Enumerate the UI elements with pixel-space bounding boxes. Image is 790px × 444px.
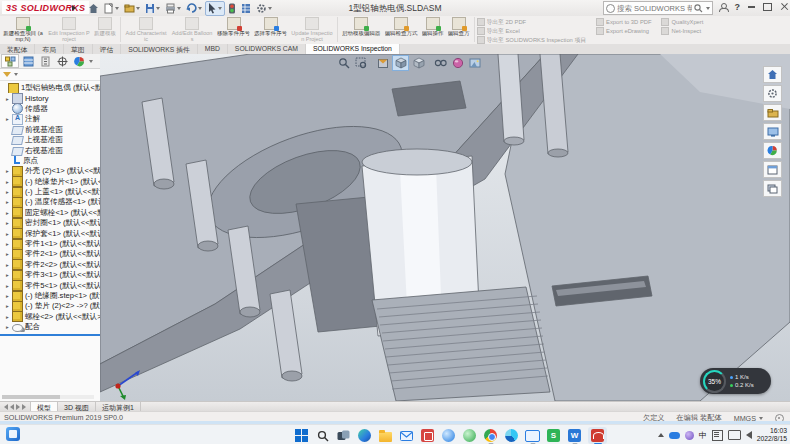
tree-item-component[interactable]: ▸螺栓<2> (默认<<默认>_显示状态	[0, 312, 100, 322]
tree-item-annotations[interactable]: ▸注解	[0, 114, 100, 124]
tree-item-sensors[interactable]: 传感器	[0, 104, 100, 114]
view-palette-icon[interactable]	[763, 123, 782, 140]
start-icon[interactable]	[294, 428, 309, 443]
configurationmanager-icon[interactable]	[37, 55, 53, 67]
tree-item-component[interactable]: ▸零件2<2> (默认<<默认>_显示状	[0, 260, 100, 270]
green-s-app-icon[interactable]	[546, 428, 561, 443]
save-icon[interactable]	[143, 2, 162, 15]
file-explorer-icon[interactable]	[378, 428, 393, 443]
tree-item-component[interactable]: ▸零件5<1> (默认<<默认>_显示状	[0, 280, 100, 290]
help-button[interactable]: ?	[735, 2, 741, 12]
tree-item-root[interactable]: 1型铝轴热电偶 (默认<默认_显示状态-1	[0, 83, 100, 93]
search-icon[interactable]	[694, 4, 703, 13]
login-icon[interactable]	[719, 3, 727, 11]
tree-item-history[interactable]: ▸History	[0, 93, 100, 103]
red-app-icon[interactable]	[420, 428, 435, 443]
new-inspection-project-button[interactable]: 新建检查项目 (amp;N)	[0, 16, 46, 42]
featuremanager-tree-icon[interactable]	[1, 54, 19, 68]
select-cursor-icon[interactable]	[205, 1, 225, 16]
home-icon[interactable]	[763, 66, 782, 83]
edit-appearance-icon[interactable]	[450, 56, 465, 70]
tree-item-origin[interactable]: 原点	[0, 156, 100, 166]
tree-item-component[interactable]: ▸(-) 上盖<1> (默认<<默认>_显示状	[0, 187, 100, 197]
tree-item-component[interactable]: ▸(-) 绝缘圈.step<1> (默认<<默认>	[0, 291, 100, 301]
hide-show-items-icon[interactable]	[433, 56, 448, 70]
hidden-icons-caret[interactable]	[658, 433, 664, 437]
mail-icon[interactable]	[399, 428, 414, 443]
design-library-icon[interactable]	[763, 85, 782, 102]
tab-layout[interactable]: 布局	[35, 44, 64, 54]
close-button[interactable]	[780, 3, 788, 11]
file-explorer-icon[interactable]	[763, 104, 782, 121]
onedrive-icon[interactable]	[669, 432, 680, 439]
zoom-fit-icon[interactable]	[336, 56, 351, 70]
tab-mbd[interactable]: MBD	[198, 44, 228, 54]
view-orientation-icon[interactable]	[392, 55, 409, 71]
tab-evaluate[interactable]: 评估	[93, 44, 122, 54]
tree-item-component[interactable]: ▸零件3<1> (默认<<默认>_显示状	[0, 270, 100, 280]
select-balloons-button[interactable]: 选择零件序号	[252, 16, 289, 37]
chrome-icon[interactable]	[483, 428, 498, 443]
panel-splitter[interactable]	[0, 334, 100, 336]
tree-item-component[interactable]: ▸(-) 温度传感器<1> (默认<<默认>_	[0, 197, 100, 207]
solidworks-icon[interactable]	[588, 427, 607, 444]
tree-filter-bar[interactable]	[0, 69, 100, 81]
edit-method-button[interactable]: 编辑查方	[446, 16, 472, 37]
input-method-indicator[interactable]: 中	[699, 430, 707, 441]
forum-icon[interactable]	[763, 180, 782, 197]
ime-grid-icon[interactable]	[712, 430, 723, 441]
tree-item-component[interactable]: ▸保护套<1> (默认<<默认>_显示状	[0, 228, 100, 238]
zoom-area-icon[interactable]	[353, 56, 368, 70]
restore-button[interactable]	[763, 3, 772, 11]
section-view-icon[interactable]	[375, 56, 390, 70]
widgets-icon[interactable]	[6, 427, 20, 441]
tree-item-component[interactable]: ▸(-) 绝缘垫片<1> (默认<<默认>_显示状	[0, 177, 100, 187]
tree-item-mates[interactable]: ▸配合	[0, 322, 100, 332]
graphics-viewport[interactable]: 35% 1 K/s 0.2 K/s	[100, 54, 790, 401]
cast-monitor-icon[interactable]	[728, 430, 741, 440]
tab-cam[interactable]: SOLIDWORKS CAM	[228, 44, 306, 54]
tab-sketch[interactable]: 草图	[64, 44, 93, 54]
print-icon[interactable]	[163, 2, 183, 15]
search-input[interactable]	[617, 4, 692, 13]
propertymanager-icon[interactable]	[20, 55, 36, 67]
launch-template-editor-button[interactable]: 启动模板编辑器	[340, 16, 383, 37]
tab-assembly[interactable]: 装配体	[0, 44, 35, 54]
display-style-icon[interactable]	[411, 56, 426, 70]
new-document-icon[interactable]	[102, 2, 121, 15]
minimize-button[interactable]	[748, 6, 755, 8]
purple-app-tray-icon[interactable]	[685, 431, 694, 440]
displaymanager-icon[interactable]	[71, 55, 87, 67]
edit-inspection-methods-button[interactable]: 编辑检查方式	[383, 16, 420, 37]
edit-operations-button[interactable]: 编辑操作	[420, 16, 446, 37]
wps-icon[interactable]	[567, 428, 582, 443]
tab-addins[interactable]: SOLIDWORKS 插件	[121, 44, 198, 54]
remote-monitor-icon[interactable]	[525, 428, 540, 443]
tree-horizontal-scrollbar[interactable]	[2, 395, 94, 399]
tree-item-front-plane[interactable]: 前视基准面	[0, 125, 100, 135]
edge-icon[interactable]	[357, 428, 372, 443]
tree-item-top-plane[interactable]: 上视基准面	[0, 135, 100, 145]
tree-item-component[interactable]: ▸(-) 垫片 (2)<2> ->? (默认<<默认	[0, 301, 100, 311]
help-search-box[interactable]	[603, 1, 713, 15]
tree-item-component[interactable]: ▸外壳 (2)<1> (默认<<默认>_显示状	[0, 166, 100, 176]
home-icon[interactable]	[86, 2, 101, 15]
remove-balloons-button[interactable]: 移除零件序号	[215, 16, 252, 37]
task-view-icon[interactable]	[336, 428, 351, 443]
apply-scene-icon[interactable]	[467, 56, 482, 70]
custom-properties-icon[interactable]	[763, 161, 782, 178]
appearances-icon[interactable]	[763, 142, 782, 159]
green-round-app-icon[interactable]	[462, 428, 477, 443]
clock[interactable]: 16:03 2022/8/15	[757, 427, 787, 443]
search-dropdown-icon[interactable]	[706, 7, 710, 10]
tree-item-component[interactable]: ▸零件2<1> (默认<<默认>_显示状	[0, 249, 100, 259]
tree-item-right-plane[interactable]: 右视基准面	[0, 145, 100, 155]
volume-icon[interactable]	[746, 431, 752, 439]
tree-item-component[interactable]: ▸固定螺栓<1> (默认<<默认>_显示	[0, 208, 100, 218]
menu-flyout-icon[interactable]	[72, 5, 76, 11]
dimxpertmanager-icon[interactable]	[54, 55, 70, 67]
undo-icon[interactable]	[184, 2, 204, 15]
blue-round-app-icon[interactable]	[441, 428, 456, 443]
tab-inspection[interactable]: SOLIDWORKS Inspection	[306, 44, 400, 54]
open-icon[interactable]	[122, 2, 142, 15]
